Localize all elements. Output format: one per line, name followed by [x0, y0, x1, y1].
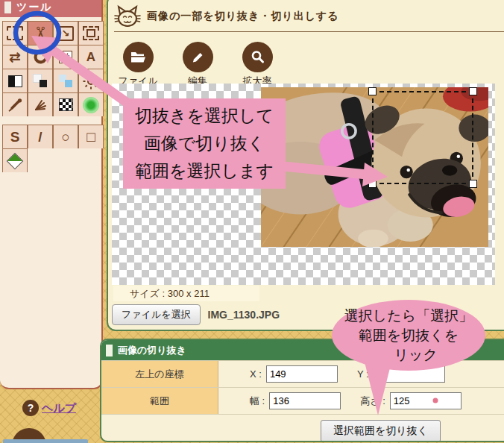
tool-pattern[interactable]	[54, 93, 78, 116]
move-arrow-icon: ↘	[57, 26, 74, 41]
tool-crop-scissors[interactable]: ✂	[28, 22, 52, 45]
crop-selection-rect[interactable]	[372, 91, 473, 184]
tools-panel-title: ツール	[16, 1, 53, 14]
tool-brightness[interactable]	[79, 69, 103, 92]
rotate-icon	[33, 50, 48, 65]
marquee-select-icon	[7, 26, 23, 40]
bubble-line: クリック	[379, 345, 438, 365]
tool-ellipse[interactable]: ○	[54, 125, 78, 148]
magnifier-icon	[251, 50, 265, 64]
edit-action: 編集	[169, 42, 226, 88]
tool-grid-shapes: S / ○ □	[2, 125, 104, 148]
crop-icon	[83, 26, 99, 40]
sun-icon	[83, 73, 99, 89]
folder-icon	[130, 51, 146, 63]
tool-grayscale[interactable]	[28, 69, 52, 92]
tool-line[interactable]: /	[28, 125, 52, 148]
tool-spray[interactable]	[28, 93, 52, 116]
annotation-speech-bubble: 選択したら「選択」 範囲を切抜くを クリック	[332, 300, 485, 371]
selected-file-name: IMG_1130.JPG	[208, 309, 280, 321]
contrast-icon	[8, 75, 22, 87]
question-icon: ?	[22, 400, 39, 416]
selection-handle-top-right[interactable]	[469, 87, 477, 95]
spray-icon	[33, 98, 48, 112]
copy-icon: +	[59, 51, 72, 63]
file-action: ファイル	[110, 42, 166, 88]
selection-handle-bottom-right[interactable]	[469, 180, 477, 188]
tool-rotate[interactable]	[28, 45, 52, 69]
blur-icon	[59, 75, 72, 87]
annotation-line: 範囲を選択します	[135, 157, 274, 185]
tool-glow[interactable]	[79, 93, 103, 116]
rectangle-icon: □	[86, 130, 95, 144]
range-row-label: 範囲	[101, 388, 218, 414]
page-title: 画像の一部を切り抜き・切り出しする	[147, 10, 339, 23]
annotation-line: 画像で切り抜く	[144, 130, 265, 157]
bubble-line: 範囲を切抜くを	[359, 326, 459, 345]
loaded-image-pug[interactable]	[261, 87, 488, 247]
tool-curve[interactable]: S	[3, 125, 27, 148]
help-row: ? ヘルプ	[22, 400, 76, 416]
tool-marquee-select[interactable]	[3, 22, 27, 45]
tool-move[interactable]: ↘	[54, 22, 78, 45]
tool-copy-paste[interactable]: +	[54, 45, 78, 69]
paint-tool-page: { "tools_panel": { "title": "ツール", "glyp…	[0, 0, 504, 443]
zoom-button[interactable]	[242, 42, 273, 72]
file-input-row: ファイルを選択 IMG_1130.JPG	[112, 304, 280, 325]
grayscale-icon	[34, 75, 47, 87]
x-coordinate-input[interactable]	[266, 365, 338, 383]
checkerboard-icon	[59, 98, 73, 111]
pencil-icon	[191, 50, 205, 64]
eraser-icon	[7, 152, 24, 169]
tool-text[interactable]: A	[79, 45, 103, 69]
header-divider	[114, 31, 504, 32]
width-input[interactable]	[269, 392, 341, 409]
selection-handle-bottom-left[interactable]	[368, 180, 377, 188]
glow-icon	[83, 97, 99, 113]
scissors-icon: ✂	[32, 26, 49, 40]
cat-icon	[114, 4, 141, 28]
text-tool-icon: A	[86, 51, 95, 63]
tool-eyedropper[interactable]	[3, 93, 27, 116]
curve-icon: S	[10, 130, 20, 144]
edit-button[interactable]	[183, 42, 213, 72]
tool-grid-main: ✂ ↘ ⇄ + A	[2, 21, 104, 116]
width-field-label: 幅 :	[250, 395, 265, 408]
crop-form-title: 画像の切り抜き	[118, 344, 186, 357]
range-row: 範囲 幅 : 高さ :	[101, 387, 504, 414]
header-accent-bar	[4, 1, 11, 13]
tool-blur[interactable]	[54, 69, 78, 92]
tool-contrast[interactable]	[3, 69, 27, 92]
annotation-line: 切抜きを選択して	[135, 102, 274, 130]
zoom-action: 拡大率	[229, 42, 286, 88]
crop-selection-button[interactable]: 選択範囲を切り抜く	[321, 420, 441, 442]
tool-flip[interactable]: ⇄	[3, 45, 27, 69]
line-icon: /	[38, 130, 42, 144]
coordinate-row-label: 左上の座標	[101, 361, 218, 387]
selection-handle-top-left[interactable]	[368, 87, 377, 95]
swap-arrows-icon: ⇄	[9, 50, 21, 64]
file-button[interactable]	[123, 42, 154, 72]
ellipse-icon: ○	[61, 130, 69, 144]
main-header: 画像の一部を切り抜き・切り出しする	[114, 4, 504, 28]
tool-grid-eraser	[2, 148, 28, 172]
y-field-label: Y :	[357, 368, 369, 380]
tool-crop-canvas[interactable]	[79, 22, 103, 45]
image-size-label: サイズ : 300 x 211	[113, 286, 259, 301]
choose-file-button[interactable]: ファイルを選択	[112, 304, 201, 325]
next-section-border	[3, 439, 88, 443]
tool-rectangle[interactable]: □	[79, 125, 103, 148]
x-field-label: X :	[250, 368, 262, 380]
eyedropper-icon	[7, 98, 22, 112]
submit-row: 選択範囲を切り抜く	[101, 414, 504, 442]
height-input[interactable]	[390, 392, 462, 409]
tools-panel-header: ツール	[0, 0, 101, 17]
height-field-label: 高さ :	[360, 395, 385, 408]
tools-panel: ツール ✂ ↘ ⇄ + A	[0, 0, 103, 389]
annotation-tooltip: 切抜きを選択して 画像で切り抜く 範囲を選択します	[123, 98, 286, 189]
tool-eraser[interactable]	[3, 149, 27, 172]
header-accent-bar	[106, 345, 113, 356]
bubble-line: 選択したら「選択」	[344, 307, 473, 326]
help-link[interactable]: ヘルプ	[42, 401, 76, 415]
